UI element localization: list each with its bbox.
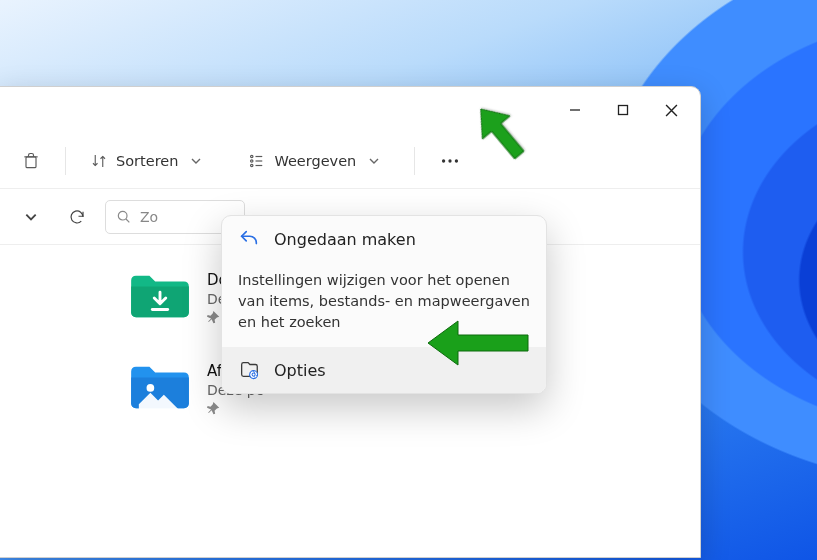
- undo-menu-item[interactable]: Ongedaan maken: [222, 216, 546, 262]
- sort-icon: [90, 152, 108, 170]
- svg-point-4: [251, 164, 253, 166]
- titlebar: [0, 87, 700, 133]
- delete-button[interactable]: [9, 145, 53, 177]
- file-explorer-window: Sorteren Weergeven: [0, 86, 701, 558]
- refresh-button[interactable]: [59, 199, 95, 235]
- desktop-background: Sorteren Weergeven: [0, 0, 817, 560]
- callout-arrow-icon: [418, 308, 538, 378]
- undo-icon: [238, 228, 260, 250]
- chevron-down-icon: [368, 155, 380, 167]
- search-value: Zo: [140, 209, 158, 225]
- minimize-button[interactable]: [552, 87, 598, 133]
- maximize-button[interactable]: [600, 87, 646, 133]
- svg-point-8: [118, 211, 127, 220]
- options-icon: [238, 359, 260, 381]
- svg-point-7: [455, 159, 458, 162]
- svg-point-9: [147, 384, 155, 392]
- separator: [65, 147, 66, 175]
- search-icon: [116, 209, 132, 225]
- svg-point-5: [442, 159, 445, 162]
- ellipsis-icon: [439, 150, 461, 172]
- view-button[interactable]: Weergeven: [236, 146, 392, 176]
- svg-rect-1: [26, 156, 36, 167]
- sort-button[interactable]: Sorteren: [78, 146, 214, 176]
- separator: [414, 147, 415, 175]
- pin-icon: [207, 402, 306, 419]
- svg-point-3: [251, 159, 253, 161]
- chevron-down-icon: [24, 210, 38, 224]
- sort-label: Sorteren: [116, 153, 178, 169]
- close-button[interactable]: [648, 87, 694, 133]
- command-bar: Sorteren Weergeven: [0, 133, 700, 189]
- nav-dropdown-button[interactable]: [13, 199, 49, 235]
- options-label: Opties: [274, 361, 326, 380]
- pictures-folder-icon: [129, 362, 191, 412]
- undo-label: Ongedaan maken: [274, 230, 416, 249]
- view-icon: [248, 152, 266, 170]
- downloads-folder-icon: [129, 271, 191, 321]
- svg-point-2: [251, 155, 253, 157]
- callout-arrow-icon: [460, 92, 540, 172]
- chevron-down-icon: [190, 155, 202, 167]
- refresh-icon: [68, 208, 86, 226]
- trash-icon: [21, 151, 41, 171]
- svg-point-6: [449, 159, 452, 162]
- svg-rect-0: [619, 106, 628, 115]
- view-label: Weergeven: [274, 153, 356, 169]
